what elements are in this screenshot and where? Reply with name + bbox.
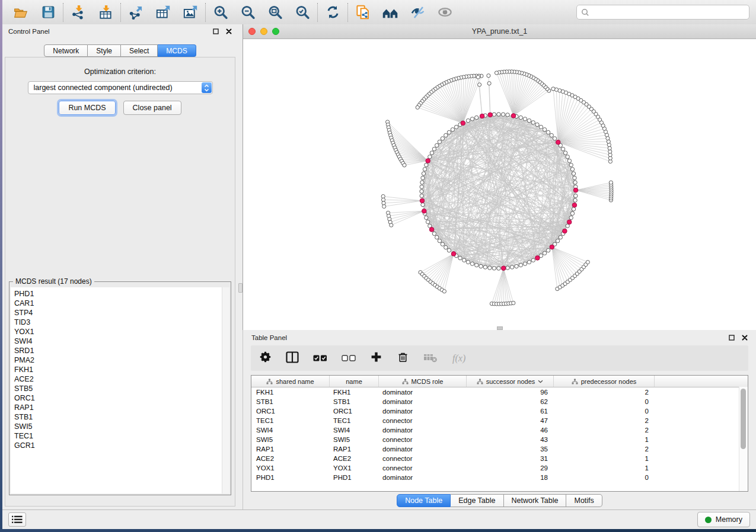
search-box[interactable] — [576, 5, 749, 20]
mcds-result-item[interactable]: STB5 — [11, 384, 229, 393]
mcds-result-item[interactable]: STB1 — [11, 412, 229, 422]
table-cell: 61 — [467, 406, 554, 416]
refresh-view-icon[interactable] — [324, 4, 341, 21]
column-header-successor-nodes[interactable]: successor nodes — [467, 376, 554, 387]
window-minimize-icon[interactable] — [260, 28, 267, 35]
close-panel-button[interactable]: Close panel — [123, 101, 181, 115]
first-neighbors-icon[interactable] — [382, 4, 398, 21]
deselect-all-icon[interactable] — [342, 353, 356, 364]
attribute-options-icon[interactable] — [259, 351, 272, 366]
table-scrollbar[interactable] — [739, 387, 748, 491]
table-row[interactable]: YOX1YOX1connector291 — [251, 463, 748, 473]
open-file-icon[interactable] — [12, 4, 29, 21]
mcds-result-item[interactable]: SWI4 — [11, 336, 229, 346]
column-header-name[interactable]: name — [330, 376, 379, 387]
table-row[interactable]: RAP1RAP1dominator352 — [251, 444, 748, 454]
float-panel-icon[interactable] — [213, 28, 219, 34]
add-row-icon[interactable] — [370, 351, 382, 366]
zoom-selected-icon[interactable] — [294, 4, 311, 21]
table-row[interactable]: ACE2ACE2connector311 — [251, 454, 748, 463]
zoom-in-icon[interactable] — [212, 4, 229, 21]
network-from-selection-icon[interactable] — [355, 4, 371, 21]
tab-node-table[interactable]: Node Table — [397, 494, 451, 507]
mcds-result-item[interactable]: STP4 — [11, 308, 229, 318]
tab-network-table[interactable]: Network Table — [504, 494, 567, 507]
import-network-icon[interactable] — [70, 4, 87, 21]
window-zoom-icon[interactable] — [272, 28, 279, 35]
task-history-button[interactable] — [8, 512, 26, 527]
show-all-icon[interactable] — [436, 4, 453, 21]
node-table: shared name name MCDS role successor nod… — [251, 375, 748, 492]
tab-edge-table[interactable]: Edge Table — [451, 494, 503, 507]
control-panel: Control Panel Network Style Select MCDS … — [2, 24, 238, 509]
export-network-icon[interactable] — [127, 4, 144, 21]
window-close-icon[interactable] — [248, 28, 256, 35]
table-row[interactable]: SWI5SWI5connector431 — [251, 435, 748, 444]
table-row[interactable]: ORC1ORC1dominator610 — [251, 406, 748, 416]
table-cell: TEC1 — [251, 416, 330, 425]
column-selector-icon[interactable] — [286, 351, 299, 366]
run-mcds-button[interactable]: Run MCDS — [59, 101, 115, 115]
table-cell: dominator — [379, 444, 467, 454]
zoom-out-icon[interactable] — [240, 4, 256, 21]
network-window-titlebar[interactable]: YPA_prune.txt_1 — [243, 24, 756, 39]
optimization-criterion-value: largest connected component (undirected) — [34, 84, 212, 92]
delete-row-icon[interactable] — [397, 351, 409, 366]
save-session-icon[interactable] — [40, 4, 56, 21]
table-row[interactable]: SWI4SWI4dominator462 — [251, 425, 748, 435]
mcds-result-item[interactable]: TID3 — [11, 318, 229, 327]
column-header-mcds-role[interactable]: MCDS role — [379, 376, 467, 387]
table-row[interactable]: FKH1FKH1dominator962 — [251, 387, 748, 397]
mcds-result-item[interactable]: SWI5 — [11, 422, 229, 431]
table-cell: 43 — [467, 435, 554, 444]
network-graph[interactable] — [243, 39, 756, 329]
mcds-result-item[interactable]: FKH1 — [11, 365, 229, 374]
optimization-criterion-select[interactable]: largest connected component (undirected) — [28, 81, 213, 94]
panel-divider[interactable] — [238, 24, 243, 509]
table-tabs: Node Table Edge Table Network Table Moti… — [243, 494, 756, 507]
mcds-result-item[interactable]: TEC1 — [11, 431, 229, 441]
table-cell: FKH1 — [330, 387, 379, 397]
table-row[interactable]: TEC1TEC1connector472 — [251, 416, 748, 425]
function-builder-icon[interactable]: f(x) — [452, 353, 465, 364]
table-cell: dominator — [379, 406, 467, 416]
mcds-result-item[interactable]: ACE2 — [11, 374, 229, 384]
delete-column-icon[interactable] — [423, 352, 438, 365]
network-canvas[interactable] — [243, 39, 756, 330]
tab-network[interactable]: Network — [44, 44, 88, 57]
optimization-criterion-label: Optimization criterion: — [5, 68, 235, 76]
mcds-result-item[interactable]: YOX1 — [11, 327, 229, 336]
tab-style[interactable]: Style — [88, 44, 121, 57]
export-image-icon[interactable] — [182, 4, 199, 21]
table-row[interactable]: PHD1PHD1dominator180 — [251, 473, 748, 482]
select-all-icon[interactable] — [313, 353, 327, 364]
divider-handle-icon[interactable] — [238, 283, 243, 293]
mcds-result-item[interactable]: CAR1 — [11, 299, 229, 308]
table-cell: STB1 — [251, 397, 330, 406]
mcds-result-item[interactable]: RAP1 — [11, 403, 229, 412]
mcds-list-scrollbar[interactable] — [222, 287, 229, 493]
close-panel-icon[interactable] — [226, 28, 232, 34]
mcds-result-item[interactable]: PHD1 — [11, 289, 229, 299]
mcds-result-item[interactable]: ORC1 — [11, 393, 229, 403]
export-table-icon[interactable] — [155, 4, 171, 21]
import-table-icon[interactable] — [97, 4, 114, 21]
close-table-panel-icon[interactable] — [742, 335, 748, 341]
mcds-result-item[interactable]: GCR1 — [11, 441, 229, 450]
tab-motifs[interactable]: Motifs — [566, 494, 602, 507]
table-cell: SWI5 — [251, 435, 330, 444]
search-input[interactable] — [592, 8, 745, 17]
memory-button[interactable]: Memory — [697, 512, 750, 527]
zoom-fit-icon[interactable] — [267, 4, 283, 21]
tab-mcds[interactable]: MCDS — [158, 44, 196, 57]
mcds-result-item[interactable]: PMA2 — [11, 355, 229, 365]
column-header-shared-name[interactable]: shared name — [251, 376, 330, 387]
column-header-predecessor-nodes[interactable]: predecessor nodes — [554, 376, 655, 387]
table-row[interactable]: STB1STB1dominator620 — [251, 397, 748, 406]
float-table-panel-icon[interactable] — [729, 335, 735, 341]
table-scrollbar-thumb[interactable] — [741, 389, 746, 449]
mcds-result-item[interactable]: SRD1 — [11, 346, 229, 355]
tab-select[interactable]: Select — [121, 44, 158, 57]
hide-selected-icon[interactable] — [409, 4, 426, 21]
mcds-result-list[interactable]: PHD1CAR1STP4TID3YOX1SWI4SRD1PMA2FKH1ACE2… — [11, 287, 229, 493]
